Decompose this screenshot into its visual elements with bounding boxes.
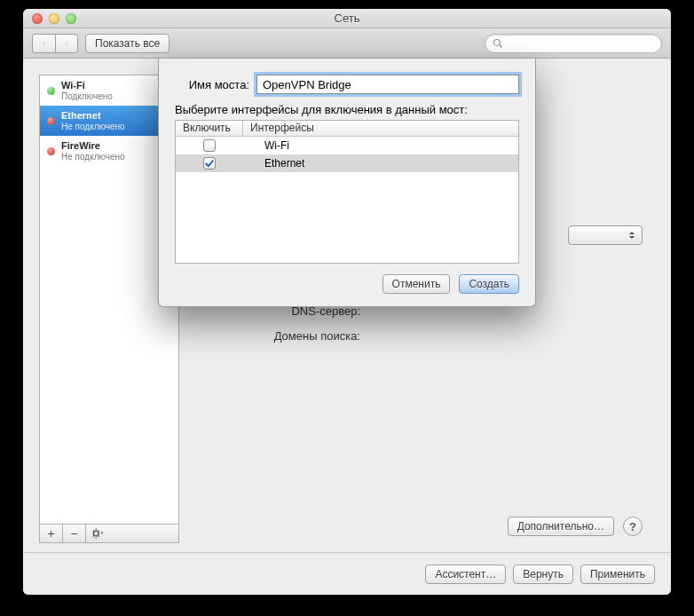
status-led-icon [47,87,55,95]
table-header: Включить Интерфейсы [176,121,518,137]
search-domains-label: Домены поиска: [204,329,369,343]
zoom-window-button[interactable] [66,13,76,24]
show-all-button[interactable]: Показать все [85,34,170,53]
service-options-button[interactable] [86,525,109,542]
service-actions: + − [39,524,179,543]
chevron-updown-icon [627,231,636,240]
col-interfaces[interactable]: Интерфейсы [243,121,518,136]
create-button[interactable]: Создать [459,274,519,294]
bridge-name-label: Имя моста: [175,78,256,91]
service-name: Ethernet [61,110,125,122]
remove-service-button[interactable]: − [63,525,86,542]
assistant-button[interactable]: Ассистент… [425,565,506,584]
svg-point-0 [494,39,501,45]
footer: Ассистент… Вернуть Применить [23,552,671,595]
help-button[interactable]: ? [623,517,643,536]
network-prefs-window: Сеть Показать все Wi-Fi Подключено [23,9,671,595]
choose-interfaces-label: Выберите интерфейсы для включения в данн… [175,103,519,116]
revert-button[interactable]: Вернуть [513,565,573,584]
svg-line-1 [500,44,502,47]
service-state: Не подключено [61,152,125,162]
include-checkbox[interactable] [203,139,216,152]
service-state: Не подключено [61,122,125,132]
include-checkbox[interactable] [203,157,216,170]
svg-line-7 [93,531,94,532]
create-bridge-sheet: Имя моста: Выберите интерфейсы для включ… [158,59,536,307]
gear-icon [91,527,104,540]
service-name: FireWire [61,140,125,152]
window-title: Сеть [23,12,671,25]
interfaces-table: Включить Интерфейсы Wi-Fi Ethernet [175,120,519,264]
checkmark-icon [204,158,215,169]
table-row[interactable]: Ethernet [176,154,518,172]
close-window-button[interactable] [32,13,43,24]
add-service-button[interactable]: + [40,525,63,542]
back-button[interactable] [32,34,55,53]
status-led-icon [47,117,55,125]
service-state: Подключено [61,91,113,102]
config-dropdown[interactable] [568,225,643,245]
search-field[interactable] [485,34,662,53]
bridge-name-input[interactable] [256,75,519,94]
nav-segmented [32,34,78,53]
interface-name: Ethernet [243,157,518,170]
svg-line-9 [93,536,94,537]
forward-button[interactable] [55,34,78,53]
search-icon [493,38,503,49]
cancel-button[interactable]: Отменить [382,274,451,294]
svg-line-8 [99,531,99,532]
titlebar: Сеть [23,9,671,28]
toolbar: Показать все [23,28,671,59]
advanced-button[interactable]: Дополнительно… [508,517,614,536]
col-include[interactable]: Включить [176,121,243,136]
interface-name: Wi-Fi [243,139,518,152]
minimize-window-button[interactable] [49,13,59,24]
svg-line-10 [99,536,99,537]
table-row[interactable]: Wi-Fi [176,137,518,154]
apply-button[interactable]: Применить [580,565,655,584]
service-name: Wi-Fi [61,80,113,91]
traffic-lights [32,13,76,24]
svg-point-2 [93,531,99,536]
status-led-icon [47,147,55,155]
